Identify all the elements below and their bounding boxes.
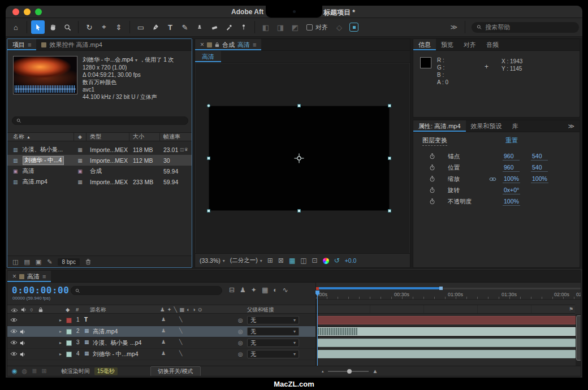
shy-switch-icon[interactable]: ♟ xyxy=(161,317,166,322)
tab-preview[interactable]: 预览 xyxy=(436,39,459,50)
video-layer-bar[interactable] xyxy=(317,350,576,358)
lock-icon[interactable] xyxy=(38,307,43,313)
collapse-transform-icon[interactable]: ✦ xyxy=(251,286,257,294)
selection-handle[interactable] xyxy=(207,157,210,160)
selection-handle[interactable] xyxy=(297,104,301,107)
live-update-icon[interactable]: ≣ xyxy=(32,367,37,375)
tab-align[interactable]: 对齐 xyxy=(459,39,481,50)
scrollbar-thumb[interactable] xyxy=(576,315,581,361)
pan-camera-tool[interactable]: ⌖ xyxy=(97,20,111,34)
eye-icon[interactable] xyxy=(10,340,18,345)
work-area-bar[interactable] xyxy=(319,287,439,289)
property-value-x[interactable]: 960 xyxy=(503,153,520,161)
frame-blend-enable-icon[interactable]: ◉ xyxy=(12,367,18,375)
mini-flowchart-icon[interactable]: ⊟ xyxy=(229,286,235,294)
parent-dropdown[interactable]: 无▾ xyxy=(247,350,299,358)
layer-row-selected[interactable]: ▸ 2 ▦ 高清.mp4 ♟ ╲ ◎ 无▾ xyxy=(7,326,315,337)
project-row[interactable]: ▥高清.mp4 ▦ Importe...MEX 233 MB 59.94 xyxy=(7,176,192,187)
reset-exposure-icon[interactable]: ↺ xyxy=(334,257,340,265)
selection-handle[interactable] xyxy=(388,104,391,107)
mask-visibility-icon[interactable]: ⊠ xyxy=(278,257,284,265)
stopwatch-icon[interactable] xyxy=(429,164,435,171)
layer-row[interactable]: ▸ 1 T ♟ ╲ ◎ 无▾ xyxy=(7,315,315,326)
eye-icon[interactable] xyxy=(10,329,18,333)
quality-switch-icon[interactable]: ╲ xyxy=(179,328,182,333)
selection-handle[interactable] xyxy=(207,104,210,107)
toolbar-overflow-button[interactable]: ≫ xyxy=(447,23,461,31)
layer-row[interactable]: ▸ 4 ▦ 刘德华 - 中...mp4 ♟ ╲ ◎ 无▾ xyxy=(7,349,315,360)
video-layer-bar[interactable] xyxy=(317,339,576,347)
pickwhip-icon[interactable]: ◎ xyxy=(238,351,243,357)
property-value-x[interactable]: 960 xyxy=(503,164,520,172)
zoom-in-mountain-icon[interactable]: ▲ xyxy=(373,368,378,374)
graph-editor-icon[interactable]: ∿ xyxy=(282,286,288,294)
tab-timeline[interactable]: × 高清 ≡ xyxy=(7,271,51,282)
panel-menu-icon[interactable]: ≡ xyxy=(253,41,256,48)
property-value-y[interactable]: 540 xyxy=(531,164,548,172)
twirl-icon[interactable]: ▸ xyxy=(59,318,62,323)
draft-3d-icon[interactable]: ⊞ xyxy=(41,367,46,375)
source-name-column[interactable]: 源名称 xyxy=(90,306,106,314)
chevron-down-icon[interactable]: ▼ xyxy=(134,58,138,62)
magnification-dropdown[interactable]: (33.3%)▾ xyxy=(200,257,225,264)
shy-switch-icon[interactable]: ♟ xyxy=(161,350,166,356)
zoom-out-mountain-icon[interactable]: ▴ xyxy=(322,369,324,374)
layer-number-column[interactable]: # xyxy=(76,306,79,313)
eye-icon[interactable] xyxy=(10,352,18,356)
layer-label-color[interactable] xyxy=(66,352,72,357)
pickwhip-icon[interactable]: ◎ xyxy=(238,317,243,323)
motion-blur-icon[interactable]: ◐ xyxy=(273,286,277,294)
puppet-pin-tool[interactable] xyxy=(237,20,250,34)
pen-tool[interactable] xyxy=(149,20,162,34)
project-bit-depth[interactable]: 8 bpc xyxy=(58,258,79,266)
stopwatch-icon[interactable] xyxy=(429,153,435,159)
shy-switch-icon[interactable]: ♟ xyxy=(161,339,166,345)
eye-icon[interactable] xyxy=(11,308,18,313)
speaker-icon[interactable] xyxy=(20,329,25,335)
stopwatch-icon[interactable] xyxy=(429,187,435,193)
clone-stamp-tool[interactable] xyxy=(193,20,206,34)
playhead-line[interactable] xyxy=(317,291,318,366)
stopwatch-icon[interactable] xyxy=(429,198,435,205)
parent-dropdown[interactable]: 无▾ xyxy=(247,316,299,324)
shy-layers-icon[interactable]: ♟ xyxy=(240,286,246,294)
video-layer-bar-selected[interactable] xyxy=(317,327,576,336)
property-value-y[interactable]: 100% xyxy=(531,175,548,183)
color-management-icon[interactable] xyxy=(323,258,329,264)
brush-tool[interactable]: ✎ xyxy=(178,20,192,34)
twirl-icon[interactable]: ▸ xyxy=(59,329,62,334)
parent-dropdown[interactable]: 无▾ xyxy=(247,339,299,347)
zoom-slider-track[interactable] xyxy=(328,371,369,372)
parent-dropdown[interactable]: 无▾ xyxy=(247,327,299,336)
timeline-vertical-scrollbar[interactable] xyxy=(576,314,581,366)
speaker-icon[interactable] xyxy=(20,340,25,346)
tab-library[interactable]: 库 xyxy=(507,120,524,132)
zoom-slider-thumb[interactable] xyxy=(347,369,352,374)
comp-marker-icon[interactable]: ⚑ xyxy=(569,306,573,312)
quality-switch-icon[interactable]: ╲ xyxy=(179,339,182,345)
label-column-icon[interactable]: ◆ xyxy=(66,306,70,313)
speaker-icon[interactable] xyxy=(20,352,25,357)
property-value-y[interactable]: 540 xyxy=(531,153,548,161)
layer-label-color[interactable] xyxy=(66,329,72,335)
reset-link[interactable]: 重置 xyxy=(505,136,518,145)
panel-menu-icon[interactable]: ≡ xyxy=(28,41,31,48)
timeline-search-input[interactable] xyxy=(83,288,218,294)
layer-label-color[interactable] xyxy=(66,340,72,346)
property-value[interactable]: 100% xyxy=(503,198,520,206)
exposure-value[interactable]: +0.0 xyxy=(345,257,357,264)
resolution-dropdown[interactable]: (二分之一)▾ xyxy=(230,257,262,265)
tab-project[interactable]: 项目 ≡ xyxy=(7,39,36,50)
mask-visibility-icon[interactable]: ◇ xyxy=(332,20,346,34)
time-ruler[interactable]: :00s 00:30s 01:00s 01:30s 02:00s 02: xyxy=(316,291,581,300)
quality-switch-icon[interactable]: ╲ xyxy=(179,350,182,356)
toggle-switches-modes-button[interactable]: 切换开关/模式 xyxy=(150,366,201,376)
align-checkbox[interactable] xyxy=(306,24,313,31)
layer-switches-icons[interactable]: ♟✦╲▦◐◑⊙ xyxy=(160,306,205,313)
property-value[interactable]: 0x+0° xyxy=(503,187,520,194)
minimize-window-button[interactable] xyxy=(24,8,31,15)
text-layer-bar[interactable] xyxy=(317,316,576,324)
stopwatch-icon[interactable] xyxy=(429,176,435,182)
axis-mode-world-icon[interactable]: ◨ xyxy=(274,20,287,34)
tab-effects-presets[interactable]: 效果和预设 xyxy=(466,120,507,132)
